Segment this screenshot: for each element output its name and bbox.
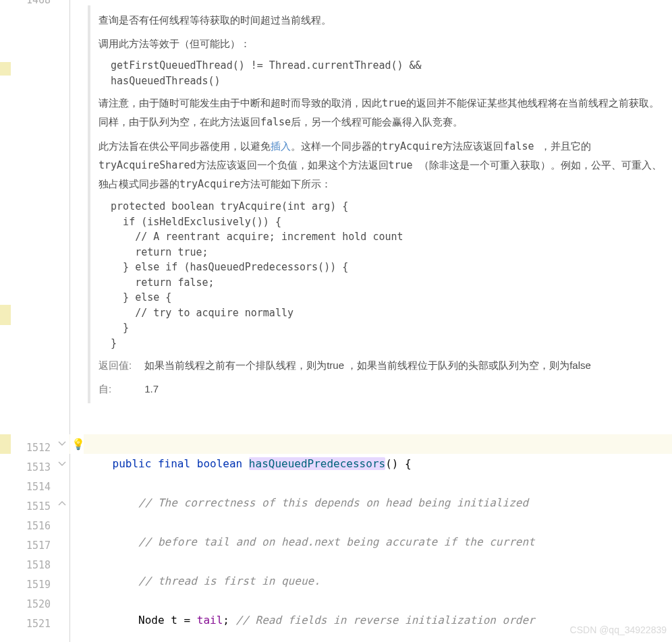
fold-toggle-icon[interactable] xyxy=(57,459,67,469)
code-editor[interactable]: 查询是否有任何线程等待获取的时间超过当前线程。 调用此方法等效于（但可能比）： … xyxy=(84,0,672,642)
gutter-spacer xyxy=(11,8,56,438)
intention-bulb-icon[interactable]: 💡 xyxy=(72,438,85,450)
line-number: 1514 xyxy=(11,477,56,497)
line-number: 1518 xyxy=(11,556,56,575)
javadoc-panel: 查询是否有任何线程等待获取的时间超过当前线程。 调用此方法等效于（但可能比）： … xyxy=(88,5,668,403)
marker-strip xyxy=(0,0,11,642)
doc-text: 请注意，由于随时可能发生由于中断和超时而导致的取消，因此true的返回并不能保证… xyxy=(99,94,668,132)
fold-column[interactable] xyxy=(56,0,69,642)
doc-returns: 返回值: 如果当前线程之前有一个排队线程，则为true ，如果当前线程位于队列的… xyxy=(99,356,668,374)
change-marker xyxy=(0,62,11,76)
line-number: 1521 xyxy=(11,614,56,634)
doc-text: 调用此方法等效于（但可能比）： xyxy=(99,34,668,53)
doc-text: 查询是否有任何线程等待获取的时间超过当前线程。 xyxy=(99,11,668,29)
line-number: 1516 xyxy=(11,517,56,536)
change-marker xyxy=(0,305,11,325)
doc-code-block: getFirstQueuedThread() != Thread.current… xyxy=(99,58,668,88)
fold-end-icon[interactable] xyxy=(57,498,67,508)
fold-toggle-icon[interactable] xyxy=(57,439,67,448)
line-number: 1520 xyxy=(11,595,56,614)
doc-since: 自: 1.7 xyxy=(99,380,668,398)
source-code[interactable]: public final boolean hasQueuedPredecesso… xyxy=(86,434,561,642)
line-number: 1468 xyxy=(11,0,56,8)
line-number: 1515 xyxy=(11,497,56,517)
doc-text: 此方法旨在供公平同步器使用，以避免插入。这样一个同步器的tryAcquire方法… xyxy=(99,137,668,194)
line-number: 1519 xyxy=(11,575,56,595)
editor-root: 1468 1512 1513 1514 1515 1516 1517 1518 … xyxy=(0,0,672,642)
line-number: 1517 xyxy=(11,536,56,556)
annotation-column: 💡 xyxy=(70,0,84,642)
line-number: 1513 xyxy=(11,458,56,477)
change-marker xyxy=(0,434,11,454)
method-name[interactable]: hasQueuedPredecessors xyxy=(249,457,385,470)
line-number: 1512 xyxy=(11,438,56,458)
watermark: CSDN @qq_34922839 xyxy=(570,624,667,635)
doc-code-block: protected boolean tryAcquire(int arg) { … xyxy=(99,199,668,351)
line-number-gutter[interactable]: 1468 1512 1513 1514 1515 1516 1517 1518 … xyxy=(11,0,56,642)
doc-link[interactable]: tryAcquire xyxy=(382,140,443,152)
doc-link[interactable]: 插入 xyxy=(271,140,291,152)
doc-link[interactable]: tryAcquireShared xyxy=(99,159,196,171)
